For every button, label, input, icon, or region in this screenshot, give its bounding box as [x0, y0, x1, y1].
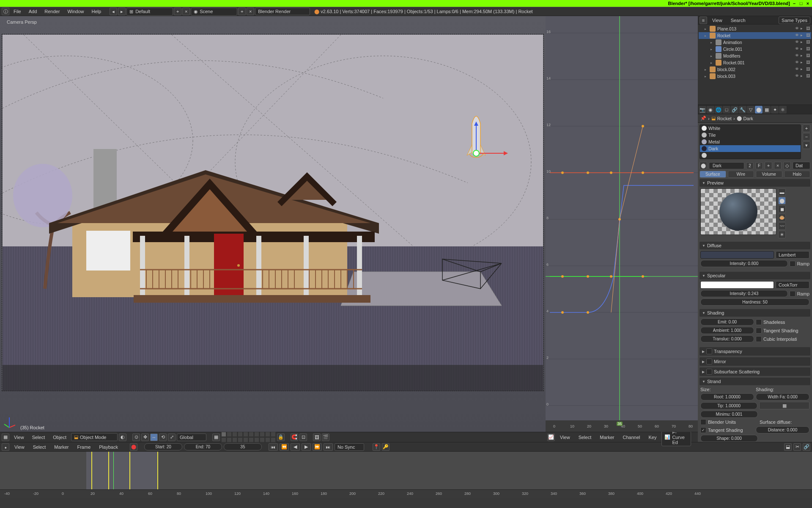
menu-render[interactable]: Render	[41, 8, 63, 15]
frame-start[interactable]: Start: 20	[144, 443, 182, 450]
frame-current[interactable]: 35	[224, 443, 262, 450]
preview-flat-icon[interactable]: ▬	[778, 188, 786, 196]
tab-render-icon[interactable]: 📷	[699, 106, 706, 113]
blender-units-check[interactable]	[700, 419, 706, 425]
diffuse-intensity[interactable]: Intensity: 0.800	[700, 260, 788, 267]
tab-world-icon[interactable]: 🌐	[715, 106, 722, 113]
panel-mirror-header[interactable]: ▶Mirror	[700, 357, 810, 366]
nodes-toggle-icon[interactable]: ◇	[783, 162, 791, 169]
editor-type-graph-icon[interactable]: 📈	[547, 433, 555, 441]
preview-cube-icon[interactable]: ◼	[778, 205, 786, 213]
diffuse-ramp-check[interactable]	[790, 261, 796, 267]
tl-opt1-icon[interactable]: ⬓	[784, 443, 792, 451]
outliner-item[interactable]: ▸block.003👁▸🖼	[699, 73, 811, 80]
keyframe-prev-icon[interactable]: ⏪	[280, 443, 289, 451]
tangent-shading-check[interactable]	[756, 328, 762, 334]
specular-shader-dropdown[interactable]: CookTorr	[776, 281, 809, 289]
shading-translucency[interactable]: Transluc: 0.000	[700, 335, 754, 342]
preview-sphere-icon[interactable]: ⬤	[778, 197, 786, 204]
panel-preview-header[interactable]: ▼Preview	[700, 179, 810, 187]
outliner-item[interactable]: ▸Circle.001👁▸🖼	[699, 46, 811, 52]
play-icon[interactable]: ▶	[302, 443, 311, 451]
menu-window[interactable]: Window	[64, 8, 87, 15]
keying-set-icon[interactable]: 🔑	[382, 443, 390, 451]
outliner-item[interactable]: ▸Rocket👁▸🖼	[699, 32, 811, 39]
material-slot[interactable]: White	[700, 125, 801, 132]
lock-camera-icon[interactable]: 🔒	[277, 433, 285, 441]
strand-shape[interactable]: Shape: 0.000	[700, 435, 758, 442]
panel-transparency-header[interactable]: ▶Transparency	[700, 347, 810, 356]
opengl-render-icon[interactable]: 🖼	[313, 433, 321, 441]
shading-ambient[interactable]: Ambient: 1.000	[700, 327, 754, 334]
material-link-dropdown[interactable]: Dat	[793, 162, 810, 169]
panel-specular-header[interactable]: ▼Specular	[700, 272, 810, 279]
keyframe-next-icon[interactable]: ⏩	[313, 443, 322, 451]
material-slot[interactable]: Dark	[700, 145, 801, 152]
tab-texture-icon[interactable]: ▦	[763, 106, 771, 113]
editor-type-view3d-icon[interactable]: ▦	[2, 433, 9, 441]
add-material-slot-icon[interactable]: +	[803, 124, 810, 132]
layer-buttons[interactable]	[221, 432, 276, 442]
mode-dropdown[interactable]: ⬓Object Mode	[71, 433, 118, 441]
strand-tangent-check[interactable]	[700, 427, 706, 433]
specular-hardness[interactable]: Hardness: 50	[700, 298, 809, 306]
strand-minimum[interactable]: Minimu: 0.001	[700, 411, 758, 418]
outliner-menu-search[interactable]: Search	[727, 17, 749, 24]
shadeless-check[interactable]	[756, 319, 762, 325]
preview-monkey-icon[interactable]: 🐵	[778, 214, 786, 221]
material-slot[interactable]: Tile	[700, 132, 801, 138]
pivot-icon[interactable]: ⊙	[132, 433, 140, 441]
manipulator-toggle-icon[interactable]: ✥	[141, 433, 149, 441]
render-engine-dropdown[interactable]: Blender Render	[255, 8, 310, 15]
diffuse-shader-dropdown[interactable]: Lambert	[776, 251, 809, 259]
mirror-check[interactable]	[706, 359, 712, 364]
material-slot[interactable]: Metal	[700, 138, 801, 145]
add-screen-icon[interactable]: +	[174, 8, 181, 15]
tab-scene-icon[interactable]: ◉	[707, 106, 714, 113]
pin-icon[interactable]: 📌	[700, 116, 706, 121]
strand-root[interactable]: Root: 1.00000	[700, 393, 754, 400]
panel-sss-header[interactable]: ▶Subsurface Scattering	[700, 367, 810, 376]
viewport-shading-icon[interactable]: ◐	[119, 433, 126, 441]
outliner-item[interactable]: ▸Animation👁▸🖼	[699, 39, 811, 46]
outliner-item[interactable]: ▸Plane.013👁▸🖼	[699, 25, 811, 32]
breadcrumb-material[interactable]: Dark	[743, 116, 753, 121]
material-slot-menu-icon[interactable]: ▾	[803, 141, 810, 149]
unlink-material-icon[interactable]: ×	[774, 162, 782, 169]
play-reverse-icon[interactable]: ◀	[291, 443, 300, 451]
jump-start-icon[interactable]: ⏮	[269, 443, 278, 451]
view3d-menu-object[interactable]: Object	[49, 433, 70, 441]
dope-menu-marker[interactable]: Marker	[51, 443, 72, 451]
specular-intensity[interactable]: Intensity: 0.243	[700, 290, 788, 297]
graph-menu-channel[interactable]: Channel	[619, 433, 643, 441]
outliner-menu-view[interactable]: View	[709, 17, 726, 24]
graph-menu-view[interactable]: View	[557, 433, 573, 441]
dope-menu-select[interactable]: Select	[30, 443, 49, 451]
breadcrumb-object[interactable]: Rocket	[717, 116, 732, 121]
tab-physics-icon[interactable]: ⚛	[779, 106, 787, 113]
manipulator-rotate-icon[interactable]: ⟲	[159, 433, 167, 441]
strand-uv-icon[interactable]: ▦	[759, 402, 809, 409]
outliner-tree[interactable]: ▸Plane.013👁▸🖼▸Rocket👁▸🖼▸Animation👁▸🖼▸Cir…	[698, 25, 812, 105]
material-type-halo[interactable]: Halo	[784, 171, 811, 178]
panel-strand-header[interactable]: ▼Strand	[700, 378, 810, 385]
snap-icon[interactable]: 🧲	[291, 433, 298, 441]
dope-menu-playback[interactable]: Playback	[96, 443, 121, 451]
material-type-wire[interactable]: Wire	[728, 171, 754, 178]
strand-widthfade[interactable]: Width Fa: 0.000	[756, 393, 809, 400]
manipulator-scale-icon[interactable]: ⤢	[168, 433, 176, 441]
material-slot[interactable]	[700, 152, 801, 159]
panel-diffuse-header[interactable]: ▼Diffuse	[700, 242, 810, 249]
scene-dropdown[interactable]: ◉Scene	[191, 8, 237, 16]
snap-target-icon[interactable]: ⊡	[299, 433, 307, 441]
new-material-icon[interactable]: +	[765, 162, 772, 169]
strand-tip[interactable]: Tip: 1.00000	[700, 402, 757, 409]
preview-sky-icon[interactable]: ☀	[778, 231, 786, 238]
menu-add[interactable]: Add	[25, 8, 41, 15]
view3d-canvas[interactable]: Camera Persp	[0, 16, 546, 432]
shading-emit[interactable]: Emit: 0.00	[700, 318, 754, 326]
diffuse-color[interactable]	[700, 251, 774, 259]
menu-file[interactable]: File	[10, 8, 25, 15]
graph-menu-marker[interactable]: Marker	[596, 433, 617, 441]
graph-menu-key[interactable]: Key	[645, 433, 660, 441]
